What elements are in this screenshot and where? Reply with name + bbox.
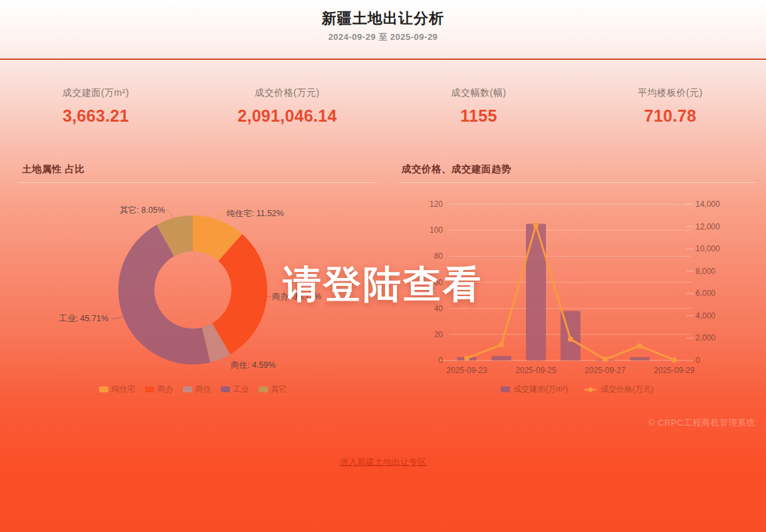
trend-section-title: 成交价格、成交建面趋势 — [402, 163, 511, 176]
x-axis-label: 2025-09-23 — [446, 366, 487, 375]
right-axis-label: 2,000 — [696, 333, 715, 342]
legend-label: 工业 — [233, 384, 249, 395]
bar[interactable] — [491, 356, 511, 360]
legend-label: 商住 — [195, 384, 211, 395]
legend-swatch — [99, 386, 108, 392]
pie-label: 其它: 8.05% — [120, 205, 165, 215]
legend-label: 成交价格(万元) — [600, 384, 654, 395]
line-point[interactable] — [499, 342, 504, 348]
pie-label-line — [166, 210, 174, 218]
pie-label-line — [220, 359, 230, 365]
stat-label: 成交幅数(幅) — [383, 87, 574, 99]
date-range: 2024-09-29 至 2025-09-29 — [0, 31, 766, 43]
stat-card-avg-floor-price: 平均楼板价(元) 710.78 — [574, 87, 766, 126]
line-point[interactable] — [464, 356, 469, 361]
legend-swatch — [501, 386, 510, 392]
legend-swatch — [221, 386, 230, 392]
legend-label: 纯住宅 — [112, 384, 136, 395]
legend-label: 其它 — [271, 384, 287, 395]
brand-watermark: © CRPC工程商机管理系统 — [648, 417, 755, 429]
legend-item-其它[interactable]: 其它 — [259, 384, 287, 395]
login-required-watermark: 请登陆查看 — [0, 259, 766, 311]
pie-label-line — [217, 213, 227, 220]
stat-label: 成交建面(万m²) — [0, 87, 192, 99]
stat-value: 1155 — [383, 106, 574, 126]
stat-card-price: 成交价格(万元) 2,091,046.14 — [192, 87, 383, 126]
right-axis-label: 12,000 — [696, 222, 720, 231]
legend-swatch — [259, 386, 268, 392]
legend-label: 商办 — [158, 384, 174, 395]
pie-label: 纯住宅: 11.52% — [226, 209, 284, 218]
legend-line-marker — [584, 386, 597, 393]
pie-section-title: 土地属性 占比 — [22, 163, 85, 176]
trend-legend: 成交建面(万m²)成交价格(万元) — [399, 384, 755, 395]
stat-value: 710.78 — [574, 106, 766, 126]
right-axis-label: 4,000 — [696, 311, 715, 321]
right-axis-label: 14,000 — [696, 200, 720, 209]
pie-label: 工业: 45.71% — [59, 314, 108, 323]
legend-item-工业[interactable]: 工业 — [221, 384, 249, 395]
stats-row: 成交建面(万m²) 3,663.21 成交价格(万元) 2,091,046.14… — [0, 87, 766, 126]
left-axis-label: 100 — [430, 225, 443, 235]
line-point[interactable] — [672, 357, 677, 362]
legend-item-纯住宅[interactable]: 纯住宅 — [99, 384, 136, 395]
line-point[interactable] — [637, 343, 642, 348]
stat-value: 3,663.21 — [0, 106, 192, 126]
line-point[interactable] — [602, 356, 608, 362]
left-axis-label: 120 — [430, 200, 443, 209]
stat-card-built-area: 成交建面(万m²) 3,663.21 — [0, 87, 192, 126]
left-axis-label: 0 — [438, 356, 443, 365]
x-axis-label: 2025-09-25 — [515, 366, 557, 375]
left-axis-label: 20 — [434, 330, 444, 339]
stat-label: 成交价格(万元) — [192, 87, 383, 99]
legend-swatch — [145, 386, 154, 392]
pie-label-line — [112, 317, 122, 319]
legend-dot — [588, 387, 592, 392]
page-title: 新疆土地出让分析 — [0, 9, 766, 29]
line-point[interactable] — [568, 336, 573, 342]
pie-label: 商住: 4.59% — [231, 360, 275, 370]
trend-section-divider — [399, 182, 755, 183]
stat-value: 2,091,046.14 — [192, 106, 383, 126]
dashboard-page: 新疆土地出让分析 2024-09-29 至 2025-09-29 成交建面(万m… — [0, 0, 766, 532]
line-point[interactable] — [533, 223, 539, 228]
stat-card-parcels: 成交幅数(幅) 1155 — [383, 87, 574, 126]
legend-label: 成交建面(万m²) — [513, 384, 568, 395]
legend-item-商办[interactable]: 商办 — [145, 384, 174, 395]
x-axis-label: 2025-09-27 — [584, 366, 626, 375]
legend-swatch — [183, 386, 192, 392]
right-axis-label: 10,000 — [696, 244, 720, 253]
bar[interactable] — [630, 357, 650, 360]
right-axis-label: 0 — [696, 356, 700, 365]
legend-item-成交价格(万元)[interactable]: 成交价格(万元) — [584, 384, 654, 395]
legend-item-成交建面(万m²)[interactable]: 成交建面(万m²) — [501, 384, 568, 395]
stat-label: 平均楼板价(元) — [574, 87, 766, 99]
land-zone-link[interactable]: 进入新疆土地出让专区 — [0, 456, 766, 468]
x-axis-label: 2025-09-29 — [654, 366, 695, 375]
pie-section-divider — [20, 182, 376, 183]
pie-legend: 纯住宅商办商住工业其它 — [0, 384, 386, 395]
legend-item-商住[interactable]: 商住 — [183, 384, 211, 395]
header-divider — [0, 59, 766, 60]
